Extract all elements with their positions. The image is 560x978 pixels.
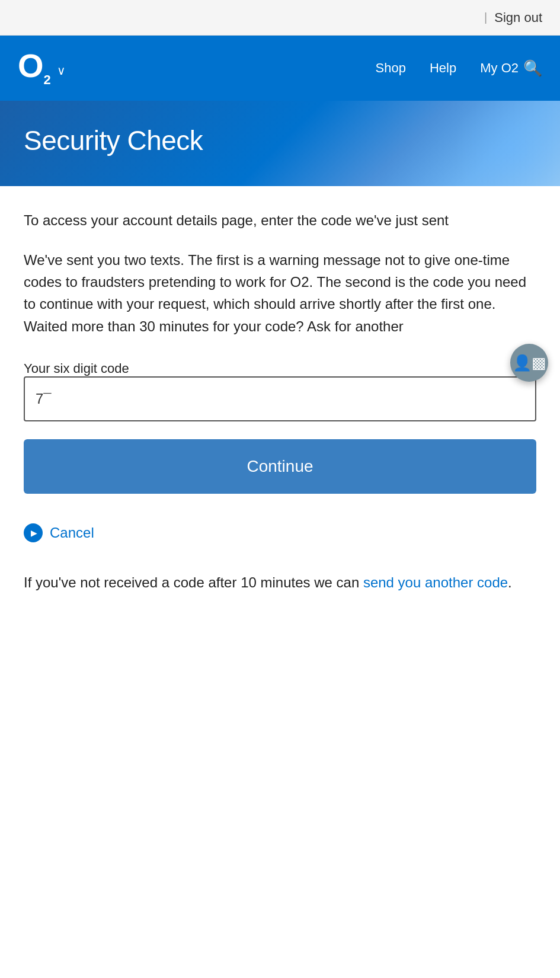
- my-o2-link[interactable]: My O2: [480, 60, 519, 76]
- warning-text: We've sent you two texts. The first is a…: [24, 249, 536, 337]
- resend-text: If you've not received a code after 10 m…: [24, 572, 536, 593]
- nav-bar: O2 ∨ Shop Help My O2 🔍: [0, 36, 560, 101]
- search-icon[interactable]: 🔍: [523, 59, 542, 78]
- hero-banner: Security Check: [0, 101, 560, 186]
- cancel-row: Cancel: [24, 523, 536, 542]
- cancel-chevron-icon: [24, 523, 43, 542]
- chevron-down-icon: ∨: [57, 63, 66, 78]
- assistant-icon: 👤▩: [513, 354, 546, 372]
- page-title: Security Check: [24, 124, 536, 156]
- logo-area[interactable]: O2 ∨: [18, 49, 66, 87]
- nav-links: Shop Help My O2 🔍: [376, 59, 542, 78]
- help-nav-link[interactable]: Help: [430, 60, 456, 76]
- code-input[interactable]: [24, 376, 536, 421]
- resend-prefix: If you've not received a code after 10 m…: [24, 574, 363, 590]
- top-bar: | Sign out: [0, 0, 560, 36]
- sign-out-link[interactable]: Sign out: [494, 10, 542, 25]
- floating-assistant-button[interactable]: 👤▩: [510, 344, 548, 382]
- main-content: To access your account details page, ent…: [0, 186, 560, 617]
- code-field-label: Your six digit code: [24, 361, 129, 376]
- intro-text: To access your account details page, ent…: [24, 210, 536, 231]
- logo-subscript: 2: [44, 73, 51, 88]
- resend-suffix: .: [508, 574, 512, 590]
- resend-link[interactable]: send you another code: [363, 574, 508, 590]
- my-o2-nav[interactable]: My O2 🔍: [480, 59, 542, 78]
- separator: |: [484, 11, 487, 24]
- continue-button[interactable]: Continue: [24, 439, 536, 494]
- shop-nav-link[interactable]: Shop: [376, 60, 406, 76]
- cancel-link[interactable]: Cancel: [50, 525, 94, 541]
- o2-logo: O2: [18, 49, 51, 87]
